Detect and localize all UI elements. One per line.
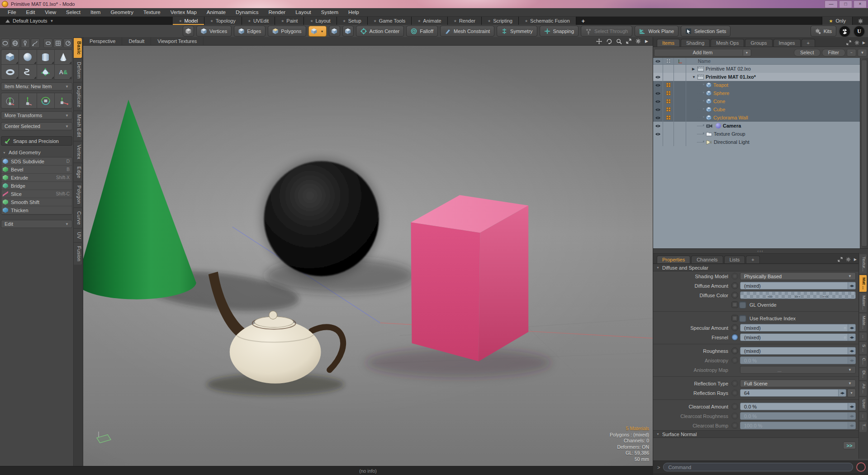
form-side-tab[interactable]: ... <box>859 412 867 420</box>
eye-icon[interactable] <box>655 91 661 95</box>
channel-toggle[interactable] <box>731 390 738 396</box>
selection-sets-button[interactable]: Selection Sets <box>681 26 730 37</box>
form-side-tab[interactable]: User <box>859 397 867 411</box>
gl-override-checkbox[interactable] <box>739 301 746 309</box>
viewport-header-dropdown[interactable]: Viewport Textures <box>151 37 204 45</box>
layout-tab[interactable]: ★ Paint <box>275 17 304 25</box>
add-item-dropdown[interactable]: Add Item ▼ <box>654 49 751 57</box>
sphere-primitive-button[interactable] <box>19 50 36 64</box>
diffuse-color-swatch[interactable]: ... ... ... <box>740 291 856 299</box>
geometry-tool-item[interactable]: Extrude Shift-X <box>1 174 72 182</box>
layout-tab[interactable]: ★ Topology <box>204 17 242 25</box>
cone-primitive-button[interactable] <box>55 50 72 64</box>
items-panel-tab[interactable]: Images <box>773 39 801 47</box>
render-grid-icon[interactable] <box>666 99 671 104</box>
capsule-tool-button[interactable] <box>43 38 52 48</box>
tool-category-tab[interactable]: Basic <box>74 38 82 58</box>
selection-mode-active-button[interactable]: ▼ <box>308 26 327 37</box>
menu-item[interactable]: Edit <box>21 10 40 15</box>
foundry-logo-button[interactable] <box>839 25 851 38</box>
snaps-and-precision-button[interactable]: Snaps and Precision <box>1 136 72 146</box>
select-button[interactable]: Select <box>794 49 821 57</box>
tree-row-mesh[interactable]: Cyclorama Wall <box>653 114 860 122</box>
tree-row-mesh[interactable]: Cube <box>653 105 860 114</box>
channel-toggle[interactable] <box>731 380 738 387</box>
falloff-button[interactable]: Falloff <box>406 26 438 37</box>
panel-splitter[interactable]: ‹‹‹ <box>653 248 868 254</box>
menu-item[interactable]: Dynamics <box>231 10 263 15</box>
form-side-tab[interactable]: Textur... <box>859 254 867 274</box>
use-refractive-index-checkbox[interactable] <box>739 315 746 322</box>
expander-expanded-icon[interactable]: ▼ <box>692 75 697 79</box>
kits-button[interactable]: Kits <box>811 26 836 37</box>
form-side-tab[interactable]: ... <box>859 332 867 341</box>
panel-gear-icon[interactable] <box>854 40 859 45</box>
viewport-menu-arrow-icon[interactable]: ▶ <box>645 39 648 43</box>
properties-panel-tab[interactable]: + <box>746 256 759 263</box>
form-side-tab[interactable]: As ... <box>859 381 867 396</box>
viewport-header-dropdown[interactable]: Default <box>122 37 151 45</box>
render-grid-icon[interactable] <box>666 115 671 120</box>
zoom-icon[interactable] <box>616 38 622 44</box>
form-side-tab[interactable]: Mat ... <box>859 275 867 292</box>
tool-category-tab[interactable]: Vertex <box>74 142 82 162</box>
maximize-button[interactable]: □ <box>839 0 852 8</box>
eye-icon[interactable] <box>655 100 661 104</box>
tool-category-tab[interactable]: Deform <box>74 59 82 82</box>
menu-item[interactable]: Geometry <box>105 10 138 15</box>
expand-panel-icon[interactable] <box>838 257 843 262</box>
form-side-tab[interactable]: Di... <box>859 368 867 380</box>
action-center-button[interactable]: Action Center <box>356 26 404 37</box>
eye-icon[interactable] <box>655 124 661 128</box>
dial-tool-button[interactable] <box>63 38 72 48</box>
reflection-rays-preset-dropdown[interactable]: ▼ <box>847 389 856 397</box>
item-mode-button[interactable] <box>183 26 194 37</box>
channel-toggle[interactable] <box>731 347 738 354</box>
channel-toggle[interactable] <box>731 292 738 299</box>
menu-item[interactable]: Layout <box>290 10 316 15</box>
pivot-mode-button[interactable] <box>342 26 354 37</box>
teapot-knob[interactable] <box>269 311 277 319</box>
roughness-field[interactable]: (mixed)◀▶ <box>740 347 856 355</box>
render-grid-icon[interactable] <box>666 107 671 112</box>
menu-item[interactable]: File <box>3 10 21 15</box>
form-side-tab[interactable]: Mater... <box>859 293 867 312</box>
geometry-tool-item[interactable]: Bevel B <box>1 166 72 174</box>
panel-menu-arrow-icon[interactable]: ▶ <box>854 257 857 261</box>
vertices-mode-button[interactable]: Vertices <box>196 26 232 37</box>
geometry-tool-item[interactable]: Smooth Shift <box>1 198 72 206</box>
layout-tab[interactable]: ★ Render <box>448 17 482 25</box>
form-side-tab[interactable]: C... <box>859 356 867 367</box>
layout-tab[interactable]: ★ Setup <box>337 17 368 25</box>
menu-item[interactable]: Render <box>263 10 290 15</box>
geometry-tool-item[interactable]: Thicken <box>1 206 72 214</box>
items-panel-tab[interactable]: Shading <box>681 39 710 47</box>
add-geometry-header[interactable]: ▼ Add Geometry <box>1 147 72 157</box>
tool-category-tab[interactable]: Curve <box>74 208 82 228</box>
properties-panel-tab[interactable]: Lists <box>724 256 745 263</box>
grid-cube-tool-button[interactable] <box>53 38 62 48</box>
form-side-tab[interactable]: T... <box>859 422 867 432</box>
channel-toggle[interactable] <box>731 273 738 280</box>
only-button[interactable]: ★ Only <box>822 17 852 25</box>
eye-icon[interactable] <box>655 108 661 112</box>
center-selected-dropdown[interactable]: Center Selected ▼ <box>1 122 72 130</box>
geometry-tool-item[interactable]: Bridge <box>1 182 72 190</box>
tree-row-mesh[interactable]: Cone <box>653 97 860 105</box>
properties-panel-tab[interactable]: Channels <box>691 256 723 263</box>
viewport-header-dropdown[interactable]: Perspective <box>83 37 122 45</box>
viewport-settings-gear-icon[interactable] <box>636 38 641 44</box>
pan-icon[interactable] <box>596 38 602 44</box>
collapse-tree-button[interactable]: − <box>847 49 856 57</box>
form-side-tab[interactable]: S ... <box>859 342 867 354</box>
menu-item[interactable]: Animate <box>202 10 231 15</box>
layout-tab[interactable]: ★ Scripting <box>482 17 519 25</box>
mini-slider-icon[interactable]: ◀▶ <box>848 403 855 410</box>
tree-row-light[interactable]: Directional Light <box>653 138 860 146</box>
pivot-primitive-button[interactable] <box>37 65 54 79</box>
maximize-viewport-icon[interactable] <box>626 38 631 44</box>
items-panel-tab[interactable]: Groups <box>745 39 772 47</box>
helix-primitive-button[interactable] <box>19 65 36 79</box>
panel-gear-icon[interactable] <box>846 257 851 262</box>
default-layouts-button[interactable]: Default Layouts ▼ <box>0 17 59 25</box>
